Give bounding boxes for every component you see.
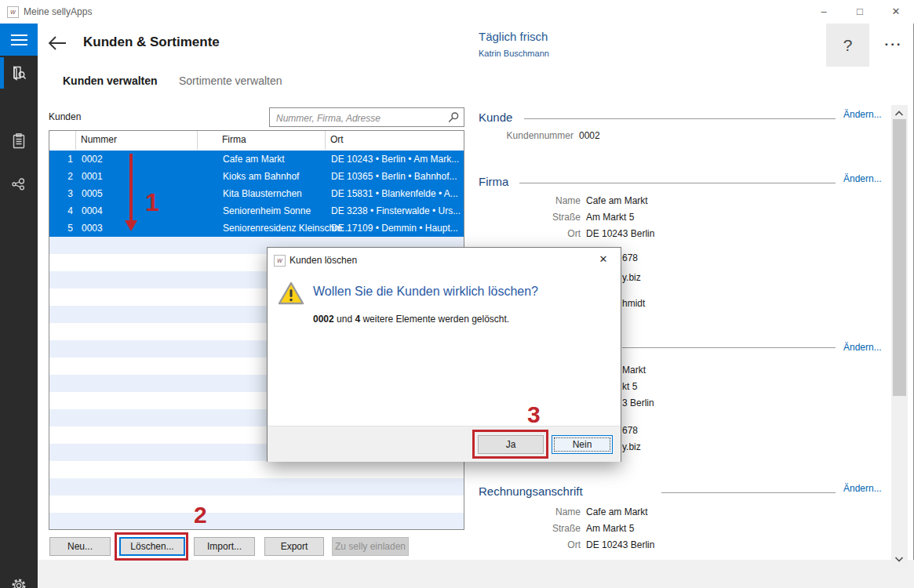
sidebar: [0, 24, 38, 588]
account-name[interactable]: Täglich frisch: [479, 30, 548, 43]
field-value-fragment: 3 Berlin: [622, 397, 654, 408]
column-header-ort[interactable]: Ort: [330, 134, 344, 145]
section-divider: [524, 118, 836, 119]
cell-ort: DE 10365 • Berlin • Bahnhof...: [331, 171, 463, 182]
column-separator: [325, 131, 326, 150]
annotation-step-3: 3: [527, 401, 541, 428]
table-row[interactable]: 4 0004 Seniorenheim Sonne DE 3238 • Fins…: [49, 202, 464, 220]
field-value: Cafe am Markt: [586, 506, 648, 517]
field-value: DE 10243 Berlin: [586, 228, 654, 239]
search-icon: [447, 111, 460, 124]
field-value: Cafe am Markt: [586, 195, 648, 206]
row-index: 4: [49, 205, 73, 216]
hamburger-menu-button[interactable]: [0, 24, 38, 56]
section-heading-kunde: Kunde: [479, 111, 512, 124]
annotation-box-ja: [472, 430, 548, 459]
annotation-arrow-head: [125, 220, 137, 231]
aendern-link-anschrift[interactable]: Ändern...: [843, 342, 882, 353]
cell-nummer: 0005: [82, 188, 103, 199]
active-item-indicator: [0, 57, 4, 89]
dialog-message: 0002 und 4 weitere Elemente werden gelös…: [313, 314, 509, 325]
table-row[interactable]: 1 0002 Cafe am Markt DE 10243 • Berlin •…: [49, 151, 464, 168]
sidebar-item-kunden[interactable]: [0, 56, 38, 90]
close-button[interactable]: ✕: [878, 0, 914, 24]
column-header-nummer[interactable]: Nummer: [81, 134, 117, 145]
delete-confirmation-dialog: w Kunden löschen ✕ Wollen Sie die Kunden…: [267, 247, 621, 462]
help-button[interactable]: ?: [826, 24, 869, 67]
user-name: Katrin Buschmann: [479, 49, 549, 58]
dialog-heading: Wollen Sie die Kunden wirklich löschen?: [313, 285, 538, 299]
field-label: Straße: [479, 523, 581, 534]
status-strip: [38, 560, 914, 588]
aendern-link-rechnungsanschrift[interactable]: Ändern...: [843, 483, 882, 494]
row-index: 1: [49, 154, 73, 165]
warning-icon: [278, 281, 304, 306]
scrollbar-thumb[interactable]: [893, 119, 906, 396]
maximize-button[interactable]: □: [842, 0, 878, 24]
cell-nummer: 0004: [82, 205, 103, 216]
section-divider: [519, 183, 836, 183]
import-button[interactable]: Import...: [194, 537, 255, 556]
scroll-down-icon[interactable]: [892, 552, 906, 566]
minimize-button[interactable]: –: [806, 0, 842, 24]
field-value-fragment: hmidt: [622, 298, 645, 309]
table-row[interactable]: 5 0003 Seniorenresidenz Kleinschm... DE …: [49, 220, 464, 237]
zu-selly-einladen-button: Zu selly einladen: [332, 537, 409, 556]
window-titlebar: w Meine sellyApps – □ ✕: [0, 0, 914, 24]
field-label: Ort: [479, 539, 581, 550]
app-icon: w: [7, 6, 19, 18]
aendern-link-kunde[interactable]: Ändern...: [843, 109, 882, 120]
section-heading-firma: Firma: [479, 175, 508, 188]
page-title: Kunden & Sortimente: [83, 34, 220, 50]
field-value: Am Markt 5: [586, 523, 634, 534]
field-value: DE 10243 Berlin: [586, 539, 654, 550]
window-title: Meine sellyApps: [24, 0, 92, 24]
row-index: 5: [49, 223, 73, 234]
dialog-app-icon: w: [274, 255, 286, 267]
dialog-close-button[interactable]: ✕: [586, 248, 621, 271]
customers-search-icon: [10, 64, 27, 82]
cell-ort: DE 10243 • Berlin • Am Mark...: [331, 154, 463, 165]
field-value-fragment: Markt: [622, 365, 646, 376]
field-value-fragment: y.biz: [622, 272, 641, 283]
tab-sortimente-verwalten[interactable]: Sortimente verwalten: [179, 74, 282, 87]
section-heading-rechnungsanschrift: Rechnungsanschrift: [479, 485, 583, 498]
clipboard-icon: [10, 132, 27, 150]
column-separator: [197, 131, 198, 150]
row-index: 3: [49, 188, 73, 199]
field-label: Name: [479, 506, 581, 517]
export-button[interactable]: Export: [264, 537, 324, 556]
nein-button[interactable]: Nein: [552, 435, 613, 454]
neu-button[interactable]: Neu...: [49, 537, 111, 556]
cell-nummer: 0002: [82, 154, 103, 165]
column-separator: [75, 131, 76, 150]
field-label: Straße: [479, 212, 581, 223]
more-options-button[interactable]: ···: [876, 31, 912, 58]
sidebar-item-share[interactable]: [0, 167, 38, 201]
field-value-fragment: 678: [622, 425, 638, 436]
sidebar-item-sortimente[interactable]: [0, 124, 38, 158]
field-label: Ort: [479, 228, 581, 239]
customer-search-box[interactable]: [269, 107, 464, 127]
table-row[interactable]: 2 0001 Kioks am Bahnhof DE 10365 • Berli…: [49, 168, 464, 185]
sidebar-item-settings[interactable]: [0, 568, 38, 588]
gear-icon: [10, 577, 27, 588]
cell-ort: DE 3238 • Finsterwalde • Urs...: [331, 205, 463, 216]
dialog-title: Kunden löschen: [289, 255, 357, 266]
field-value: 0002: [579, 130, 600, 141]
field-value-fragment: kt 5: [622, 381, 637, 392]
tab-kunden-verwalten[interactable]: Kunden verwalten: [63, 74, 158, 87]
cell-nummer: 0003: [82, 223, 103, 234]
back-button[interactable]: [47, 34, 67, 53]
annotation-step-1: 1: [145, 188, 159, 217]
field-value-fragment: y.biz: [622, 441, 641, 452]
share-network-icon: [10, 176, 27, 193]
app-window: w Meine sellyApps – □ ✕: [0, 0, 914, 588]
row-index: 2: [49, 171, 73, 182]
table-row[interactable]: 3 0005 Kita Blausternchen DE 15831 • Bla…: [49, 185, 464, 202]
search-input[interactable]: [275, 109, 442, 127]
field-value-fragment: 678: [622, 252, 638, 263]
column-header-firma[interactable]: Firma: [222, 134, 246, 145]
aendern-link-firma[interactable]: Ändern...: [843, 173, 882, 184]
cell-nummer: 0001: [82, 171, 103, 182]
